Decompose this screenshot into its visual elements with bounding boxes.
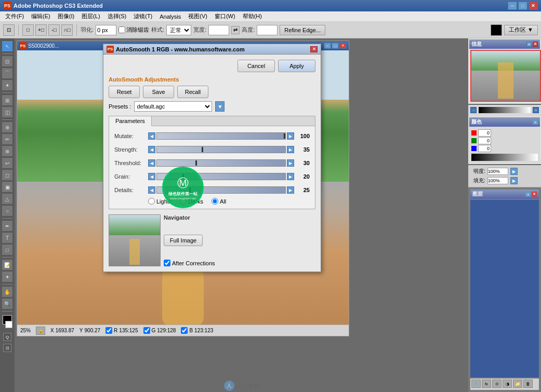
nav-zoom-out-btn[interactable]: − bbox=[470, 107, 477, 113]
grain-decrease-btn[interactable]: ◀ bbox=[148, 173, 155, 180]
new-selection-btn[interactable]: □ bbox=[22, 24, 34, 36]
grain-increase-btn[interactable]: ▶ bbox=[287, 173, 294, 180]
menu-analysis[interactable]: Analysis bbox=[156, 13, 184, 20]
after-corrections-label[interactable]: After Corrections bbox=[164, 260, 215, 266]
all-radio-label[interactable]: All bbox=[212, 198, 226, 205]
style-select[interactable]: 正常 bbox=[166, 25, 191, 35]
maximize-button[interactable]: □ bbox=[518, 2, 527, 10]
mutate-slider[interactable] bbox=[156, 132, 286, 140]
foreground-color-btn[interactable] bbox=[491, 24, 502, 36]
tool-note[interactable]: 📝 bbox=[2, 259, 13, 271]
layers-menu-btn[interactable]: ≡ bbox=[525, 192, 531, 197]
strength-decrease-btn[interactable]: ◀ bbox=[148, 146, 155, 153]
width-input[interactable] bbox=[208, 25, 229, 35]
nav-mini-slider[interactable] bbox=[479, 107, 531, 113]
plugin-close-button[interactable]: ✕ bbox=[310, 46, 318, 52]
tool-heal[interactable]: ⊕ bbox=[2, 121, 13, 133]
info-panel-close-btn[interactable]: ✕ bbox=[533, 42, 538, 47]
doc-maximize-btn[interactable]: □ bbox=[332, 43, 339, 49]
strength-increase-btn[interactable]: ▶ bbox=[287, 146, 294, 153]
link-icon[interactable]: 🔗 bbox=[471, 380, 481, 388]
tool-text[interactable]: T bbox=[2, 232, 13, 244]
mask-icon[interactable]: ⊙ bbox=[492, 380, 502, 388]
screen-mode-btn[interactable]: ⊡ bbox=[3, 344, 11, 352]
menu-file[interactable]: 文件(F) bbox=[2, 12, 27, 21]
details-decrease-btn[interactable]: ◀ bbox=[148, 186, 155, 194]
subtract-selection-btn[interactable]: -□ bbox=[48, 24, 60, 36]
mutate-increase-btn[interactable]: ▶ bbox=[287, 132, 294, 140]
anti-alias-checkbox[interactable] bbox=[118, 26, 125, 33]
background-color[interactable] bbox=[5, 321, 12, 328]
info-panel-menu-btn[interactable]: ≡ bbox=[526, 42, 532, 47]
tool-lasso[interactable]: ⌒ bbox=[2, 67, 13, 79]
tool-move[interactable]: ↖ bbox=[2, 40, 13, 52]
feather-input[interactable] bbox=[96, 25, 116, 35]
tool-quickmask[interactable]: Q bbox=[3, 333, 11, 341]
menu-filter[interactable]: 滤镜(T) bbox=[130, 12, 155, 21]
adjust-icon[interactable]: ◑ bbox=[503, 380, 512, 388]
tool-pen[interactable]: ✒ bbox=[2, 220, 13, 232]
menu-image[interactable]: 图像(I) bbox=[55, 12, 77, 21]
menu-window[interactable]: 窗口(W) bbox=[212, 12, 239, 21]
recall-button[interactable]: Recall bbox=[177, 86, 208, 98]
tool-marquee[interactable]: ⊡ bbox=[2, 56, 13, 67]
fx-icon[interactable]: fx bbox=[482, 380, 491, 388]
presets-dropdown-btn[interactable]: ▼ bbox=[215, 101, 225, 112]
threshold-increase-btn[interactable]: ▶ bbox=[287, 159, 294, 167]
presets-select[interactable]: default.agc bbox=[134, 101, 212, 112]
minimize-button[interactable]: ─ bbox=[508, 2, 517, 10]
height-input[interactable] bbox=[257, 25, 278, 35]
tool-dodge[interactable]: ○ bbox=[2, 205, 13, 217]
lights-radio[interactable] bbox=[148, 198, 155, 205]
strength-slider[interactable] bbox=[156, 146, 286, 153]
add-selection-btn[interactable]: +□ bbox=[35, 24, 47, 36]
refine-edge-button[interactable]: Refine Edge... bbox=[280, 25, 325, 35]
nav-zoom-in-btn[interactable]: + bbox=[533, 107, 539, 113]
tool-hand[interactable]: ✋ bbox=[2, 286, 13, 298]
save-button[interactable]: Save bbox=[143, 86, 174, 98]
tool-zoom[interactable]: 🔍 bbox=[2, 298, 13, 309]
doc-minimize-btn[interactable]: ─ bbox=[324, 43, 331, 49]
tab-parameters[interactable]: Parameters bbox=[109, 116, 152, 126]
fill-arrow[interactable]: ▶ bbox=[510, 177, 518, 184]
fill-input[interactable] bbox=[487, 177, 508, 184]
tool-brush[interactable]: ✏ bbox=[2, 133, 13, 145]
menu-select[interactable]: 选择(S) bbox=[104, 12, 130, 21]
threshold-decrease-btn[interactable]: ◀ bbox=[148, 159, 155, 167]
after-corrections-checkbox[interactable] bbox=[164, 260, 170, 266]
close-button[interactable]: ✕ bbox=[529, 2, 538, 10]
g-checkbox[interactable] bbox=[143, 327, 150, 334]
tool-magic-wand[interactable]: ✦ bbox=[2, 79, 13, 91]
full-image-button[interactable]: Full Image bbox=[164, 235, 203, 246]
blue-value[interactable] bbox=[478, 145, 491, 152]
tool-options-btn[interactable]: ⊡ bbox=[3, 24, 15, 36]
r-checkbox[interactable] bbox=[105, 327, 112, 334]
folder-icon[interactable]: 📁 bbox=[513, 380, 522, 388]
tool-eyedropper[interactable]: ✦ bbox=[2, 271, 13, 282]
doc-close-btn[interactable]: ✕ bbox=[339, 43, 347, 49]
workspace-button[interactable]: 工作区 ▼ bbox=[504, 25, 538, 35]
tool-clone[interactable]: ⊗ bbox=[2, 145, 13, 157]
tool-shape[interactable]: □ bbox=[2, 244, 13, 255]
swap-dimensions-btn[interactable]: ⇄ bbox=[231, 26, 240, 34]
apply-button[interactable]: Apply bbox=[278, 60, 315, 72]
tool-history-brush[interactable]: ↩ bbox=[2, 157, 13, 169]
menu-view[interactable]: 视图(V) bbox=[185, 12, 210, 21]
threshold-slider[interactable] bbox=[156, 159, 286, 167]
colors-menu-btn[interactable]: ≡ bbox=[533, 119, 538, 125]
brightness-input[interactable] bbox=[487, 168, 508, 175]
tool-eraser[interactable]: ◻ bbox=[2, 169, 13, 181]
menu-layer[interactable]: 图层(L) bbox=[78, 12, 103, 21]
menu-edit[interactable]: 编辑(E) bbox=[28, 12, 54, 21]
layers-close-btn[interactable]: ✕ bbox=[532, 192, 537, 197]
brightness-arrow[interactable]: ▶ bbox=[510, 168, 518, 175]
menu-help[interactable]: 帮助(H) bbox=[240, 12, 265, 21]
tool-gradient[interactable]: ▣ bbox=[2, 181, 13, 193]
red-value[interactable] bbox=[478, 129, 491, 137]
intersect-selection-btn[interactable]: ∩□ bbox=[61, 24, 73, 36]
details-increase-btn[interactable]: ▶ bbox=[287, 186, 294, 194]
tool-blur[interactable]: △ bbox=[2, 193, 13, 205]
reset-button[interactable]: Reset bbox=[109, 86, 140, 98]
green-value[interactable] bbox=[478, 137, 491, 144]
delete-icon[interactable]: 🗑 bbox=[523, 380, 533, 388]
